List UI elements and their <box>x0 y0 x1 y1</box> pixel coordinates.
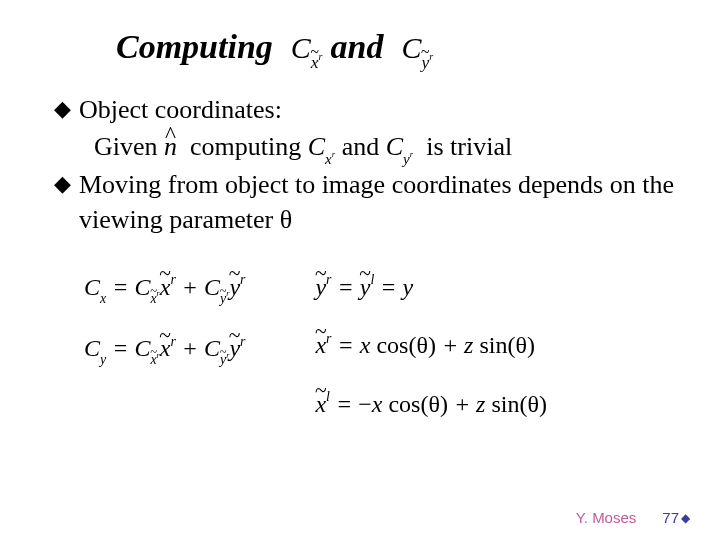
eq-xl: xl = −x cos(θ) + z sin(θ) <box>315 388 546 420</box>
diamond-icon: ◆ <box>681 511 690 525</box>
title-symbol-2: Cyr <box>401 31 433 70</box>
symbol-cxr: Cxr <box>308 129 335 167</box>
slide-footer: Y. Moses 77◆ <box>576 509 690 526</box>
eq-xr: xr = x cos(θ) + z sin(θ) <box>315 329 546 361</box>
symbol-cyr: Cyr <box>386 129 413 167</box>
bullet-2-text: Moving from object to image coordinates … <box>79 167 684 237</box>
bullet-2: ◆ Moving from object to image coordinate… <box>54 167 684 237</box>
bullet-1: ◆ Object coordinates: <box>54 92 684 127</box>
eq-cx: Cx = Cxrxr + Cyryr <box>84 271 245 307</box>
eq-yr: yr = yl = y <box>315 271 546 303</box>
title-symbol-1: Cxr <box>291 31 323 70</box>
diamond-icon: ◆ <box>54 92 71 125</box>
diamond-icon: ◆ <box>54 167 71 200</box>
bullet-1-line2: Given n computing Cxr and Cyr is trivial <box>94 129 684 167</box>
equations: Cx = Cxrxr + Cyryr Cy = Cxrxr + Cyryr yr… <box>84 271 684 420</box>
equations-right: yr = yl = y xr = x cos(θ) + z sin(θ) xl … <box>315 271 546 420</box>
title-word-computing: Computing <box>116 28 273 66</box>
eq-cy: Cy = Cxrxr + Cyryr <box>84 332 245 368</box>
symbol-n-hat: n <box>164 129 177 164</box>
footer-page-number: 77◆ <box>662 509 690 526</box>
equations-left: Cx = Cxrxr + Cyryr Cy = Cxrxr + Cyryr <box>84 271 245 420</box>
title-word-and: and <box>331 28 384 66</box>
slide-title: Computing Cxr and Cyr <box>116 28 684 70</box>
footer-author: Y. Moses <box>576 509 637 526</box>
slide-body: ◆ Object coordinates: Given n computing … <box>54 92 684 420</box>
slide: Computing Cxr and Cyr ◆ Object coordinat… <box>0 0 720 540</box>
